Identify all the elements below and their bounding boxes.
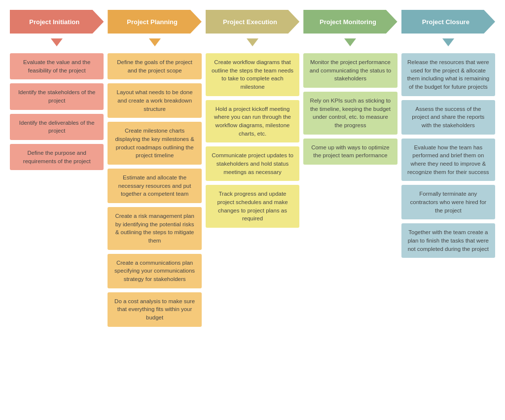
- card-0-3: Define the purpose and requirements of t…: [10, 144, 104, 170]
- card-1-6: Do a cost analysis to make sure that eve…: [108, 292, 201, 327]
- column-header-0: Project Initiation: [10, 10, 104, 34]
- card-3-2: Come up with ways to optimize the projec…: [303, 139, 397, 165]
- card-0-2: Identify the deliverables of the project: [10, 114, 104, 140]
- column-col-5: Project ClosureRelease the resources tha…: [401, 10, 495, 262]
- card-4-1: Assess the success of the project and sh…: [401, 100, 495, 135]
- card-3-1: Rely on KPIs such as sticking to the tim…: [303, 92, 397, 135]
- card-2-0: Create workflow diagrams that outline th…: [206, 53, 299, 96]
- card-4-4: Together with the team create a plan to …: [401, 223, 495, 258]
- card-0-1: Identify the stakeholders of the project: [10, 83, 104, 109]
- kanban-board: Project InitiationEvaluate the value and…: [10, 10, 495, 331]
- column-header-3: Project Monitoring: [303, 10, 397, 34]
- card-1-3: Estimate and allocate the necessary reso…: [108, 169, 201, 203]
- down-arrow-2: [247, 38, 258, 46]
- column-col-1: Project InitiationEvaluate the value and…: [10, 10, 104, 174]
- column-col-3: Project ExecutionCreate workflow diagram…: [206, 10, 299, 232]
- card-2-2: Communicate project updates to stakehold…: [206, 146, 299, 181]
- card-1-5: Create a communications plan specifying …: [108, 254, 201, 288]
- card-3-0: Monitor the project performance and comm…: [303, 53, 397, 88]
- column-col-4: Project MonitoringMonitor the project pe…: [303, 10, 397, 169]
- down-arrow-1: [149, 38, 161, 46]
- card-1-4: Create a risk management plan by identif…: [108, 207, 201, 250]
- card-4-3: Formally terminate any contractors who w…: [401, 185, 495, 219]
- column-col-2: Project PlanningDefine the goals of the …: [108, 10, 201, 331]
- card-1-2: Create milestone charts displaying the k…: [108, 122, 201, 165]
- down-arrow-0: [51, 38, 63, 46]
- card-2-1: Hold a project kickoff meeting where you…: [206, 100, 299, 143]
- card-0-0: Evaluate the value and the feasibility o…: [10, 53, 104, 79]
- column-header-2: Project Execution: [206, 10, 299, 34]
- down-arrow-3: [344, 38, 356, 46]
- card-4-2: Evaluate how the team has performed and …: [401, 139, 495, 181]
- card-1-0: Define the goals of the project and the …: [108, 53, 201, 79]
- down-arrow-4: [442, 38, 454, 46]
- column-header-4: Project Closure: [401, 10, 495, 34]
- card-2-3: Track progress and update project schedu…: [206, 185, 299, 228]
- column-header-1: Project Planning: [108, 10, 201, 34]
- card-4-0: Release the resources that were used for…: [401, 53, 495, 96]
- card-1-1: Layout what needs to be done and create …: [108, 83, 201, 118]
